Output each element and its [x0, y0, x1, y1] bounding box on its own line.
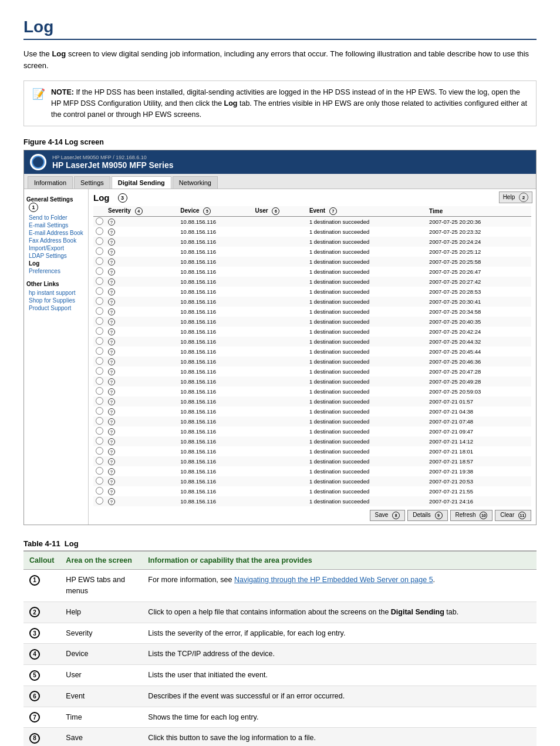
sidebar-item-log[interactable]: Log	[26, 260, 86, 267]
ews-link[interactable]: Navigating through the HP Embedded Web S…	[234, 576, 433, 584]
log-table-row[interactable]: 10.88.156.116 1 destination succeeded 20…	[93, 337, 531, 347]
callout-cell: 7	[23, 707, 60, 728]
log-row-radio[interactable]	[96, 237, 103, 245]
sidebar-item-send-to-folder[interactable]: Send to Folder	[26, 214, 86, 221]
clear-button[interactable]: Clear 11	[495, 510, 531, 521]
log-row-radio[interactable]	[96, 337, 103, 345]
log-table-row[interactable]: 10.88.156.116 1 destination succeeded 20…	[93, 446, 531, 456]
figure-title-text: Log screen	[65, 138, 104, 146]
log-table-row[interactable]: 10.88.156.116 1 destination succeeded 20…	[93, 436, 531, 446]
log-row-radio[interactable]	[96, 407, 103, 415]
log-table: Severity 4 Device 5 User 6 Event 7 Time	[93, 206, 531, 506]
log-table-row[interactable]: 10.88.156.116 1 destination succeeded 20…	[93, 456, 531, 466]
info-cell: For more information, see Navigating thr…	[142, 570, 537, 602]
log-row-radio[interactable]	[96, 317, 103, 325]
severity-icon	[108, 298, 115, 305]
tab-settings[interactable]: Settings	[74, 176, 110, 189]
log-event-cell: 1 destination succeeded	[307, 327, 427, 337]
sidebar-item-email-address-book[interactable]: E-mail Address Book	[26, 229, 86, 237]
col-device-header: Device 5	[178, 206, 252, 217]
log-user-cell	[252, 436, 306, 446]
log-table-row[interactable]: 10.88.156.116 1 destination succeeded 20…	[93, 287, 531, 297]
sidebar-item-preferences[interactable]: Preferences	[26, 267, 86, 275]
callout-cell: 3	[23, 623, 60, 644]
log-row-radio[interactable]	[96, 297, 103, 305]
note-box: 📝 NOTE: If the HP DSS has been installed…	[23, 80, 537, 126]
refresh-button[interactable]: Refresh 10	[450, 510, 493, 521]
sidebar-item-shop-supplies[interactable]: Shop for Supplies	[26, 297, 86, 304]
log-row-radio[interactable]	[96, 377, 103, 385]
sidebar-item-hp-instant-support[interactable]: hp instant support	[26, 289, 86, 297]
tab-networking[interactable]: Networking	[173, 176, 218, 189]
help-button[interactable]: Help 2	[499, 191, 532, 203]
log-row-radio[interactable]	[96, 477, 103, 485]
log-table-row[interactable]: 10.88.156.116 1 destination succeeded 20…	[93, 217, 531, 227]
log-table-row[interactable]: 10.88.156.116 1 destination succeeded 20…	[93, 426, 531, 436]
log-row-radio[interactable]	[96, 427, 103, 435]
log-row-radio[interactable]	[96, 267, 103, 275]
details-button[interactable]: Details 9	[407, 510, 447, 521]
log-table-row[interactable]: 10.88.156.116 1 destination succeeded 20…	[93, 237, 531, 247]
log-row-radio[interactable]	[96, 437, 103, 445]
log-device-cell: 10.88.156.116	[178, 347, 252, 357]
log-device-cell: 10.88.156.116	[178, 257, 252, 267]
log-row-radio[interactable]	[96, 467, 103, 475]
tab-information[interactable]: Information	[28, 176, 73, 189]
severity-icon	[108, 478, 115, 485]
sidebar-item-fax-address-book[interactable]: Fax Address Book	[26, 237, 86, 244]
sidebar-item-product-support[interactable]: Product Support	[26, 304, 86, 312]
log-row-radio[interactable]	[96, 287, 103, 295]
log-table-row[interactable]: 10.88.156.116 1 destination succeeded 20…	[93, 466, 531, 476]
log-table-row[interactable]: 10.88.156.116 1 destination succeeded 20…	[93, 496, 531, 506]
log-table-row[interactable]: 10.88.156.116 1 destination succeeded 20…	[93, 476, 531, 486]
log-row-radio[interactable]	[96, 307, 103, 315]
log-user-cell	[252, 237, 306, 247]
ews-main: Help 2 Log 3 Severity 4 Device 5	[89, 189, 536, 525]
log-table-row[interactable]: 10.88.156.116 1 destination succeeded 20…	[93, 377, 531, 387]
log-device-cell: 10.88.156.116	[178, 227, 252, 237]
log-table-row[interactable]: 10.88.156.116 1 destination succeeded 20…	[93, 317, 531, 327]
log-table-row[interactable]: 10.88.156.116 1 destination succeeded 20…	[93, 347, 531, 357]
log-table-row[interactable]: 10.88.156.116 1 destination succeeded 20…	[93, 307, 531, 317]
log-row-radio[interactable]	[96, 447, 103, 455]
log-user-cell	[252, 446, 306, 456]
tab-digital-sending[interactable]: Digital Sending	[112, 176, 171, 189]
log-table-row[interactable]: 10.88.156.116 1 destination succeeded 20…	[93, 277, 531, 287]
log-table-row[interactable]: 10.88.156.116 1 destination succeeded 20…	[93, 406, 531, 416]
log-table-row[interactable]: 10.88.156.116 1 destination succeeded 20…	[93, 416, 531, 426]
log-row-radio[interactable]	[96, 357, 103, 365]
log-event-cell: 1 destination succeeded	[307, 486, 427, 496]
note-label: NOTE:	[51, 88, 74, 96]
log-row-radio[interactable]	[96, 257, 103, 265]
log-table-row[interactable]: 10.88.156.116 1 destination succeeded 20…	[93, 267, 531, 277]
log-table-row[interactable]: 10.88.156.116 1 destination succeeded 20…	[93, 387, 531, 396]
log-time-cell: 2007-07-25 20:34:58	[427, 307, 531, 317]
log-table-row[interactable]: 10.88.156.116 1 destination succeeded 20…	[93, 227, 531, 237]
log-row-radio[interactable]	[96, 457, 103, 465]
log-row-radio[interactable]	[96, 367, 103, 375]
log-table-row[interactable]: 10.88.156.116 1 destination succeeded 20…	[93, 396, 531, 406]
log-row-radio[interactable]	[96, 417, 103, 425]
log-table-row[interactable]: 10.88.156.116 1 destination succeeded 20…	[93, 327, 531, 337]
sidebar-item-import-export[interactable]: Import/Export	[26, 244, 86, 252]
log-row-radio[interactable]	[96, 227, 103, 235]
log-table-row[interactable]: 10.88.156.116 1 destination succeeded 20…	[93, 257, 531, 267]
col-info-header: Information or capability that the area …	[142, 551, 537, 570]
log-row-radio[interactable]	[96, 217, 103, 225]
log-row-radio[interactable]	[96, 497, 103, 505]
sidebar-item-email-settings[interactable]: E-mail Settings	[26, 221, 86, 229]
log-row-radio[interactable]	[96, 347, 103, 355]
save-button[interactable]: Save 8	[370, 510, 406, 521]
log-row-radio[interactable]	[96, 397, 103, 405]
sidebar-item-ldap-settings[interactable]: LDAP Settings	[26, 252, 86, 260]
log-row-radio[interactable]	[96, 277, 103, 285]
log-table-row[interactable]: 10.88.156.116 1 destination succeeded 20…	[93, 357, 531, 367]
log-row-radio[interactable]	[96, 327, 103, 335]
log-row-radio[interactable]	[96, 387, 103, 395]
log-table-row[interactable]: 10.88.156.116 1 destination succeeded 20…	[93, 367, 531, 377]
log-table-row[interactable]: 10.88.156.116 1 destination succeeded 20…	[93, 247, 531, 257]
log-row-radio[interactable]	[96, 487, 103, 495]
log-row-radio[interactable]	[96, 247, 103, 255]
log-table-row[interactable]: 10.88.156.116 1 destination succeeded 20…	[93, 486, 531, 496]
log-table-row[interactable]: 10.88.156.116 1 destination succeeded 20…	[93, 297, 531, 307]
